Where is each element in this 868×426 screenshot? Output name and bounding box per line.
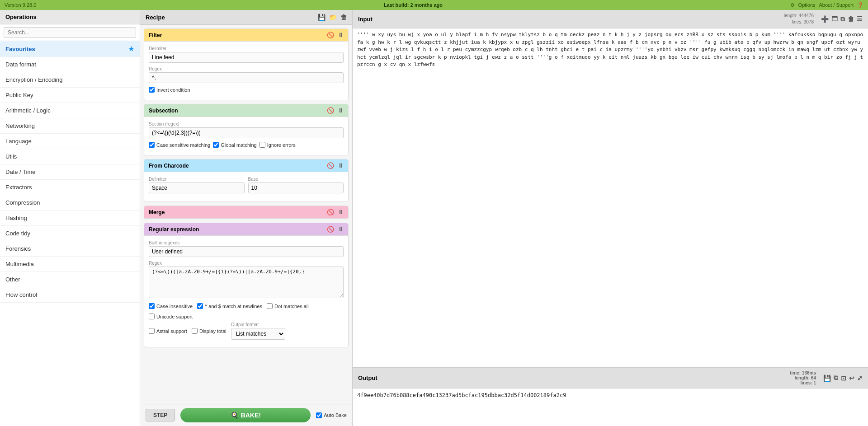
- from-charcode-pause-icon[interactable]: ⏸: [338, 162, 344, 169]
- astral-checkbox[interactable]: [149, 328, 155, 334]
- auto-bake-container: Auto Bake: [316, 412, 347, 418]
- input-split-icon[interactable]: ⧉: [840, 15, 845, 23]
- sidebar-item-hashing[interactable]: Hashing: [0, 211, 140, 226]
- filter-delimiter-input[interactable]: [149, 52, 344, 63]
- dot-matches-checkbox[interactable]: [267, 303, 273, 309]
- recipe-title: Recipe: [146, 14, 165, 21]
- sidebar-item-multimedia[interactable]: Multimedia: [0, 257, 140, 272]
- case-insensitive-checkbox[interactable]: [149, 303, 155, 309]
- case-sensitive-checkbox-item: Case sensitive matching: [149, 142, 210, 148]
- recipe-header: Recipe 💾 📁 🗑: [140, 10, 352, 25]
- sidebar-item-date-time[interactable]: Date / Time: [0, 164, 140, 180]
- regex-label: Regex: [149, 261, 344, 266]
- and-dollar-checkbox-item: ^ and $ match at newlines: [197, 303, 262, 309]
- charcode-base-input[interactable]: [248, 183, 344, 193]
- output-save-icon[interactable]: 💾: [823, 375, 831, 382]
- from-charcode-fields: Delimiter Base: [149, 177, 344, 197]
- step-button[interactable]: STEP: [146, 409, 175, 421]
- output-meta: time: 136ms length: 64 lines: 1: [790, 370, 816, 385]
- input-content[interactable]: '''' w xy uys bu wj x yoa o ul y blapf i…: [353, 28, 868, 367]
- regex-textarea[interactable]: (?<=\()([a-zA-Z0-9+/=]{1})?=\))|[a-zA-Z0…: [149, 267, 344, 298]
- unicode-checkbox[interactable]: [149, 314, 155, 319]
- sidebar-item-favourites[interactable]: Favourites★: [0, 41, 140, 57]
- regex-field: Regex (?<=\()([a-zA-Z0-9+/=]{1})?=\))|[a…: [149, 261, 344, 300]
- filter-regex-input[interactable]: [149, 72, 344, 83]
- global-matching-checkbox[interactable]: [213, 142, 219, 148]
- filter-delimiter-label: Delimiter: [149, 46, 344, 51]
- output-content[interactable]: 4f9ee40b7d76b088cefa490c13237ad5bcfac195…: [353, 389, 868, 426]
- sidebar-item-compression[interactable]: Compression: [0, 195, 140, 211]
- regex-block-body: Built in regexes Regex (?<=\()([a-zA-Z0-…: [144, 236, 348, 347]
- unicode-checkbox-item: Unicode support: [149, 314, 193, 319]
- sidebar-item-utils[interactable]: Utils: [0, 149, 140, 164]
- input-window-icon[interactable]: 🗔: [831, 15, 838, 23]
- case-insensitive-checkbox-item: Case insensitive: [149, 303, 193, 309]
- ignore-errors-label: Ignore errors: [267, 142, 296, 148]
- subsection-pause-icon[interactable]: ⏸: [338, 107, 344, 114]
- trash-icon[interactable]: 🗑: [340, 14, 347, 21]
- folder-icon[interactable]: 📁: [329, 14, 337, 21]
- subsection-title: Subsection: [149, 108, 178, 114]
- sidebar-item-other[interactable]: Other: [0, 272, 140, 287]
- sidebar-items-list: Favourites★Data formatEncryption / Encod…: [0, 41, 140, 426]
- charcode-base-label: Base: [248, 177, 344, 182]
- charcode-delimiter-input[interactable]: [149, 183, 245, 193]
- recipe-header-icons: 💾 📁 🗑: [318, 14, 347, 21]
- bake-icon: 🍳: [231, 412, 238, 419]
- sidebar-item-flow-control[interactable]: Flow control: [0, 287, 140, 303]
- bake-button[interactable]: 🍳 BAKE!: [180, 408, 311, 422]
- filter-disable-icon[interactable]: 🚫: [327, 32, 334, 38]
- case-sensitive-checkbox[interactable]: [149, 142, 155, 148]
- sidebar-item-code-tidy[interactable]: Code tidy: [0, 226, 140, 241]
- merge-pause-icon[interactable]: ⏸: [338, 209, 344, 215]
- output-undo-icon[interactable]: ↩: [849, 375, 854, 382]
- output-format-select[interactable]: List matches: [231, 328, 285, 340]
- input-trash-icon[interactable]: 🗑: [848, 15, 854, 23]
- sidebar-item-language[interactable]: Language: [0, 134, 140, 149]
- and-dollar-checkbox[interactable]: [197, 303, 203, 309]
- sidebar-item-forensics[interactable]: Forensics: [0, 241, 140, 257]
- input-add-icon[interactable]: ➕: [821, 15, 829, 23]
- regex-disable-icon[interactable]: 🚫: [327, 226, 334, 233]
- sidebar-item-networking[interactable]: Networking: [0, 118, 140, 134]
- output-panel-header: Output time: 136ms length: 64 lines: 1 💾…: [353, 368, 868, 389]
- regex-pause-icon[interactable]: ⏸: [338, 226, 344, 233]
- merge-disable-icon[interactable]: 🚫: [327, 209, 334, 215]
- search-input[interactable]: [4, 27, 136, 38]
- filter-pause-icon[interactable]: ⏸: [338, 32, 344, 38]
- output-title: Output: [358, 375, 377, 381]
- input-header-right: length: 444476 lines: 3078 ➕ 🗔 ⧉ 🗑 ☰: [784, 13, 863, 25]
- sidebar-item-extractors[interactable]: Extractors: [0, 180, 140, 195]
- subsection-disable-icon[interactable]: 🚫: [327, 107, 334, 114]
- charcode-delimiter-field: Delimiter: [149, 177, 245, 193]
- built-in-regexes-label: Built in regexes: [149, 240, 344, 245]
- auto-bake-label: Auto Bake: [324, 412, 347, 418]
- bake-label: BAKE!: [241, 412, 261, 419]
- built-in-regexes-input[interactable]: [149, 246, 344, 257]
- output-expand-icon[interactable]: ⤢: [857, 375, 863, 382]
- right-panels: Input length: 444476 lines: 3078 ➕ 🗔 ⧉ 🗑…: [353, 10, 868, 426]
- subsection-options-row: Case sensitive matching Global matching …: [149, 142, 344, 148]
- about-link[interactable]: About / Support: [819, 2, 854, 8]
- ignore-errors-checkbox[interactable]: [259, 142, 265, 148]
- input-menu-icon[interactable]: ☰: [857, 15, 863, 23]
- unicode-label: Unicode support: [156, 314, 193, 319]
- top-right-actions: ⚙ Options About / Support ❓: [790, 2, 863, 8]
- options-link[interactable]: Options: [798, 2, 816, 8]
- input-length: 444476: [799, 13, 814, 18]
- sidebar-item-arithmetic-logic[interactable]: Arithmetic / Logic: [0, 103, 140, 118]
- sidebar-item-data-format[interactable]: Data format: [0, 57, 140, 72]
- and-dollar-label: ^ and $ match at newlines: [205, 304, 262, 309]
- auto-bake-checkbox[interactable]: [316, 412, 322, 418]
- save-icon[interactable]: 💾: [318, 14, 326, 21]
- output-split-icon[interactable]: ⊡: [841, 375, 846, 382]
- invert-condition-checkbox[interactable]: [149, 87, 155, 93]
- regex-options-row1: Case insensitive ^ and $ match at newlin…: [149, 303, 344, 319]
- sidebar-item-public-key[interactable]: Public Key: [0, 88, 140, 103]
- options-icon: ⚙: [790, 2, 795, 8]
- section-regex-input[interactable]: [149, 127, 344, 138]
- sidebar-item-encryption[interactable]: Encryption / Encoding: [0, 72, 140, 88]
- display-total-checkbox[interactable]: [192, 328, 198, 334]
- output-copy-icon[interactable]: ⧉: [834, 374, 838, 382]
- from-charcode-disable-icon[interactable]: 🚫: [327, 162, 334, 169]
